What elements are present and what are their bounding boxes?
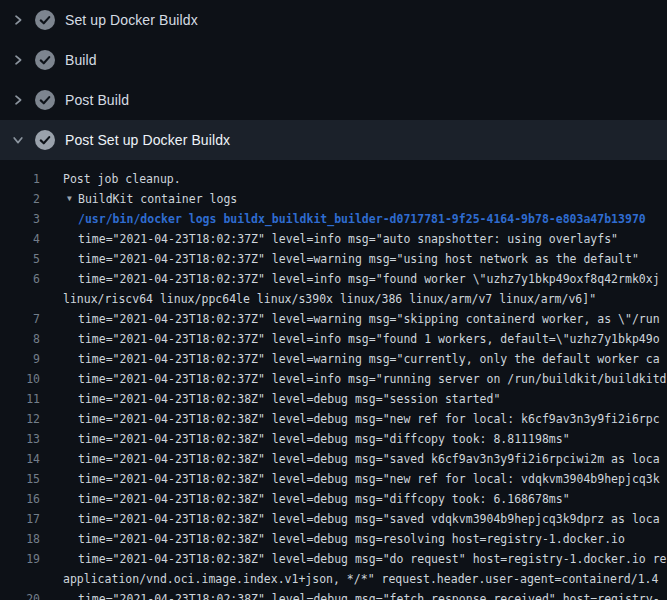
log-line[interactable]: 14 time="2021-04-23T18:02:38Z" level=deb… [0,449,667,469]
step-label: Set up Docker Buildx [65,12,198,28]
log-line-text: time="2021-04-23T18:02:37Z" level=warnin… [78,309,660,329]
line-number[interactable]: 10 [0,369,40,389]
chevron-right-icon[interactable] [10,12,26,28]
log-line-text: time="2021-04-23T18:02:37Z" level=info m… [78,369,667,389]
log-line-text: time="2021-04-23T18:02:38Z" level=debug … [78,449,660,469]
log-line[interactable]: 3 /usr/bin/docker logs buildx_buildkit_b… [0,209,667,229]
log-line-text: time="2021-04-23T18:02:38Z" level=debug … [78,429,570,449]
log-line-text: time="2021-04-23T18:02:38Z" level=debug … [78,469,660,489]
line-number[interactable]: 5 [0,249,40,269]
steps-list: Set up Docker Buildx Build Post Build Po… [0,0,667,160]
log-line[interactable]: 9 time="2021-04-23T18:02:37Z" level=warn… [0,349,667,369]
log-line-text: time="2021-04-23T18:02:37Z" level=info m… [78,269,660,289]
log-line-text: time="2021-04-23T18:02:38Z" level=debug … [78,409,660,429]
line-number[interactable]: 7 [0,309,40,329]
log-line[interactable]: linux/riscv64 linux/ppc64le linux/s390x … [0,289,667,309]
log-line[interactable]: 4 time="2021-04-23T18:02:37Z" level=info… [0,229,667,249]
line-number[interactable]: 19 [0,549,40,569]
chevron-right-icon[interactable] [10,52,26,68]
line-number[interactable]: 3 [0,209,40,229]
step-header-post-build[interactable]: Post Build [0,80,667,120]
log-line-text: Post job cleanup. [63,169,181,189]
line-number[interactable]: 6 [0,269,40,289]
check-circle-icon [35,10,55,30]
log-line[interactable]: application/vnd.oci.image.index.v1+json,… [0,569,667,589]
line-number[interactable]: 16 [0,489,40,509]
actions-log-viewer: { "colors": { "bg": "#0d1117", "highligh… [0,0,667,600]
log-line-text: time="2021-04-23T18:02:38Z" level=debug … [78,509,660,529]
line-number[interactable]: 4 [0,229,40,249]
line-number[interactable] [0,289,40,309]
log-line[interactable]: 5 time="2021-04-23T18:02:37Z" level=warn… [0,249,667,269]
log-line[interactable]: 19 time="2021-04-23T18:02:38Z" level=deb… [0,549,667,569]
log-line[interactable]: 16 time="2021-04-23T18:02:38Z" level=deb… [0,489,667,509]
step-header-set-up-docker-buildx[interactable]: Set up Docker Buildx [0,0,667,40]
step-label: Post Build [65,92,129,108]
log-line-text: time="2021-04-23T18:02:38Z" level=debug … [78,549,667,569]
log-line-text: BuildKit container logs [78,189,237,209]
log-line[interactable]: 6 time="2021-04-23T18:02:37Z" level=info… [0,269,667,289]
log-line-text: time="2021-04-23T18:02:37Z" level=warnin… [78,249,639,269]
log-line-text: time="2021-04-23T18:02:38Z" level=debug … [78,589,660,600]
chevron-right-icon[interactable] [10,92,26,108]
log-line[interactable]: 13 time="2021-04-23T18:02:38Z" level=deb… [0,429,667,449]
check-circle-icon [35,130,55,150]
line-number[interactable]: 8 [0,329,40,349]
line-number[interactable]: 9 [0,349,40,369]
log-line[interactable]: 12 time="2021-04-23T18:02:38Z" level=deb… [0,409,667,429]
group-collapse-icon[interactable]: ▼ [67,189,78,209]
log-line-text: time="2021-04-23T18:02:38Z" level=debug … [78,389,500,409]
log-line[interactable]: 11 time="2021-04-23T18:02:38Z" level=deb… [0,389,667,409]
step-label: Build [65,52,97,68]
log-line-text: /usr/bin/docker logs buildx_buildkit_bui… [78,209,646,229]
check-circle-icon [35,90,55,110]
line-number[interactable]: 17 [0,509,40,529]
line-number[interactable]: 14 [0,449,40,469]
step-label: Post Set up Docker Buildx [65,132,230,148]
log-line[interactable]: 18 time="2021-04-23T18:02:38Z" level=deb… [0,529,667,549]
line-number[interactable]: 13 [0,429,40,449]
log-line[interactable]: 20 time="2021-04-23T18:02:38Z" level=deb… [0,589,667,600]
log-line-text: time="2021-04-23T18:02:37Z" level=info m… [78,229,618,249]
log-line[interactable]: 15 time="2021-04-23T18:02:38Z" level=deb… [0,469,667,489]
check-circle-icon [35,50,55,70]
line-number[interactable]: 20 [0,589,40,600]
line-number[interactable]: 11 [0,389,40,409]
step-header-post-set-up-docker-buildx[interactable]: Post Set up Docker Buildx [0,120,667,160]
line-number[interactable]: 15 [0,469,40,489]
log-line-text: time="2021-04-23T18:02:38Z" level=debug … [78,529,625,549]
log-line[interactable]: 17 time="2021-04-23T18:02:38Z" level=deb… [0,509,667,529]
log-line[interactable]: 10 time="2021-04-23T18:02:37Z" level=inf… [0,369,667,389]
log-line[interactable]: 1 Post job cleanup. [0,169,667,189]
line-number[interactable]: 2 [0,189,40,209]
line-number[interactable]: 18 [0,529,40,549]
log-output: 1 Post job cleanup. 2 ▼ BuildKit contain… [0,160,667,600]
line-number[interactable]: 1 [0,169,40,189]
line-number[interactable]: 12 [0,409,40,429]
log-line[interactable]: 8 time="2021-04-23T18:02:37Z" level=info… [0,329,667,349]
log-line-text: time="2021-04-23T18:02:38Z" level=debug … [78,489,570,509]
line-number[interactable] [0,569,40,589]
step-header-build[interactable]: Build [0,40,667,80]
log-line[interactable]: 7 time="2021-04-23T18:02:37Z" level=warn… [0,309,667,329]
chevron-down-icon[interactable] [10,132,26,148]
log-line[interactable]: 2 ▼ BuildKit container logs [0,189,667,209]
log-line-text: time="2021-04-23T18:02:37Z" level=info m… [78,329,660,349]
log-line-text: application/vnd.oci.image.index.v1+json,… [63,569,658,589]
log-line-text: time="2021-04-23T18:02:37Z" level=warnin… [78,349,660,369]
log-line-text: linux/riscv64 linux/ppc64le linux/s390x … [63,289,596,309]
